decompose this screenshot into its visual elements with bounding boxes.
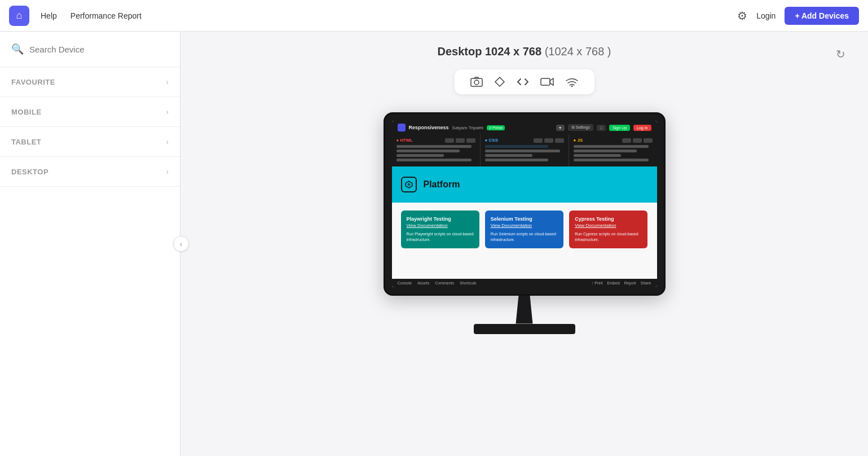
chevron-icon: ›: [166, 107, 169, 116]
html-panel: ● HTML: [392, 134, 481, 166]
logo-icon[interactable]: ⌂: [9, 6, 29, 26]
sidebar-item-mobile[interactable]: MOBILE ›: [0, 97, 180, 127]
chevron-icon: ›: [166, 77, 169, 86]
svg-point-3: [571, 86, 572, 87]
svg-point-1: [474, 80, 479, 85]
device-title: Desktop 1024 x 768 (1024 x 768 ): [438, 45, 611, 58]
chevron-icon: ›: [166, 167, 169, 176]
orientation-icon[interactable]: [494, 76, 505, 87]
tab-assets[interactable]: Assets: [417, 281, 429, 285]
html-lang-label: ● HTML: [396, 138, 413, 143]
nav-performance-report[interactable]: Performance Report: [71, 11, 142, 20]
website-hero-title: Platform: [424, 179, 460, 190]
chevron-icon: ›: [166, 137, 169, 146]
website-cards: Playwright Testing View Documentation Ru…: [392, 203, 657, 256]
action-report[interactable]: Report: [624, 281, 636, 285]
search-icon: 🔍: [11, 43, 24, 55]
cypress-card: Cypress Testing View Documentation Run C…: [569, 211, 647, 248]
device-toolbar: [455, 69, 594, 94]
monitor-screen: Responsiveness Satyam Tripathi # Prime ▼…: [392, 121, 657, 287]
tab-shortcuts[interactable]: Shortcuts: [460, 281, 477, 285]
screen-grid-btn[interactable]: □: [597, 125, 606, 131]
action-share[interactable]: Share: [641, 281, 651, 285]
screen-actions: ↑ Print Embed Report Share: [592, 281, 651, 285]
monitor-stand-neck: [510, 296, 539, 324]
monitor-stand-base: [474, 324, 575, 334]
sidebar-item-desktop[interactable]: DESKTOP ›: [0, 157, 180, 187]
code-panels: ● HTML ● CSS: [392, 134, 657, 166]
screen-tabs: Console Assets Comments Shortcuts: [398, 281, 477, 285]
search-box: 🔍: [0, 32, 180, 67]
screen-signup-btn[interactable]: Sign Up: [609, 125, 630, 131]
svg-rect-0: [471, 78, 482, 86]
screen-user-name: Satyam Tripathi: [452, 125, 484, 130]
js-panel: ● JS: [569, 134, 657, 166]
svg-rect-2: [541, 78, 550, 85]
screen-dropdown[interactable]: ▼: [556, 125, 565, 131]
screen-app-name: Responsiveness: [409, 125, 449, 130]
add-devices-button[interactable]: + Add Devices: [785, 7, 859, 25]
playwright-card: Playwright Testing View Documentation Ru…: [401, 211, 479, 248]
main-content: Desktop 1024 x 768 (1024 x 768 ) ↻: [180, 32, 868, 456]
sidebar-item-favourite[interactable]: FAVOURITE ›: [0, 67, 180, 97]
header-right: ⚙ Login + Add Devices: [737, 7, 859, 25]
wifi-icon[interactable]: [565, 77, 579, 87]
screen-badge: # Prime: [487, 125, 505, 130]
login-button[interactable]: Login: [756, 11, 776, 20]
code-icon[interactable]: [517, 77, 529, 86]
screen-login-btn[interactable]: Log In: [633, 125, 651, 131]
website-logo-icon: [401, 177, 417, 192]
action-print[interactable]: ↑ Print: [592, 281, 603, 285]
screen-logo: [398, 124, 406, 131]
refresh-icon[interactable]: ↻: [836, 47, 845, 61]
sidebar-item-tablet[interactable]: TABLET ›: [0, 127, 180, 157]
screenshot-icon[interactable]: [470, 77, 483, 87]
nav-help[interactable]: Help: [41, 11, 57, 20]
action-embed[interactable]: Embed: [607, 281, 620, 285]
sidebar: 🔍 FAVOURITE › MOBILE › TABLET › DESKTOP …: [0, 32, 180, 456]
sidebar-collapse-button[interactable]: ‹: [173, 236, 189, 252]
monitor-frame: Responsiveness Satyam Tripathi # Prime ▼…: [384, 112, 666, 296]
gear-icon[interactable]: ⚙: [737, 9, 747, 23]
selenium-card: Selenium Testing View Documentation Run …: [485, 211, 563, 248]
header-nav: Help Performance Report: [41, 11, 142, 20]
tab-comments[interactable]: Comments: [435, 281, 454, 285]
monitor-wrapper: Responsiveness Satyam Tripathi # Prime ▼…: [384, 112, 666, 334]
css-lang-label: ● CSS: [485, 138, 499, 143]
header: ⌂ Help Performance Report ⚙ Login + Add …: [0, 0, 868, 32]
tab-console[interactable]: Console: [398, 281, 412, 285]
js-lang-label: ● JS: [574, 138, 583, 143]
css-panel: ● CSS: [481, 134, 569, 166]
website-hero: Platform: [392, 166, 657, 203]
screen-topbar: Responsiveness Satyam Tripathi # Prime ▼…: [392, 121, 657, 134]
screen-bottombar: Console Assets Comments Shortcuts ↑ Prin…: [392, 279, 657, 287]
body-layout: 🔍 FAVOURITE › MOBILE › TABLET › DESKTOP …: [0, 32, 868, 456]
website-empty-space: [392, 256, 657, 279]
search-input[interactable]: [29, 45, 169, 54]
video-icon[interactable]: [540, 77, 554, 86]
screen-settings-btn[interactable]: ⚙ Settings: [568, 124, 593, 131]
